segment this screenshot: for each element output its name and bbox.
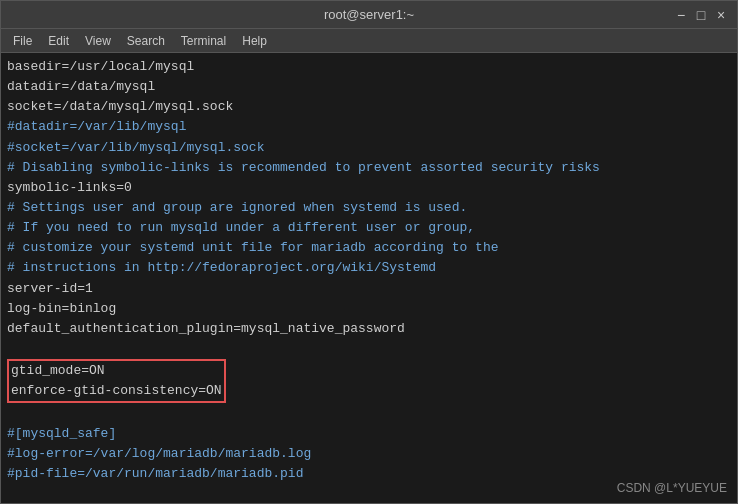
line-5: #socket=/var/lib/mysql/mysql.sock (7, 138, 731, 158)
menu-search[interactable]: Search (119, 32, 173, 50)
line-8: # Settings user and group are ignored wh… (7, 198, 731, 218)
line-log-error: #log-error=/var/log/mariadb/mariadb.log (7, 444, 731, 464)
line-3: socket=/data/mysql/mysql.sock (7, 97, 731, 117)
minimize-button[interactable]: − (673, 7, 689, 23)
line-enforce: enforce-gtid-consistency=ON (9, 381, 224, 401)
title-bar: root@server1:~ − □ × (1, 1, 737, 29)
line-10: # customize your systemd unit file for m… (7, 238, 731, 258)
terminal-window: root@server1:~ − □ × File Edit View Sear… (0, 0, 738, 504)
line-7: symbolic-links=0 (7, 178, 731, 198)
menu-file[interactable]: File (5, 32, 40, 50)
line-blank-1 (7, 339, 731, 359)
line-2: datadir=/data/mysql (7, 77, 731, 97)
line-blank-2 (7, 403, 731, 423)
line-13: log-bin=binlog (7, 299, 731, 319)
window-controls: − □ × (673, 7, 729, 23)
line-11: # instructions in http://fedoraproject.o… (7, 258, 731, 278)
menu-help[interactable]: Help (234, 32, 275, 50)
highlight-block: gtid_mode=ON enforce-gtid-consistency=ON (7, 359, 226, 403)
line-1: basedir=/usr/local/mysql (7, 57, 731, 77)
line-12: server-id=1 (7, 279, 731, 299)
menu-edit[interactable]: Edit (40, 32, 77, 50)
terminal-content[interactable]: basedir=/usr/local/mysql datadir=/data/m… (1, 53, 737, 503)
close-button[interactable]: × (713, 7, 729, 23)
line-4: #datadir=/var/lib/mysql (7, 117, 731, 137)
window-title: root@server1:~ (324, 7, 414, 22)
menu-bar: File Edit View Search Terminal Help (1, 29, 737, 53)
watermark: CSDN @L*YUEYUE (617, 481, 727, 495)
line-gtid: gtid_mode=ON (9, 361, 224, 381)
maximize-button[interactable]: □ (693, 7, 709, 23)
line-6: # Disabling symbolic-links is recommende… (7, 158, 731, 178)
menu-view[interactable]: View (77, 32, 119, 50)
line-9: # If you need to run mysqld under a diff… (7, 218, 731, 238)
menu-terminal[interactable]: Terminal (173, 32, 234, 50)
line-mysqld-safe: #[mysqld_safe] (7, 424, 731, 444)
line-14: default_authentication_plugin=mysql_nati… (7, 319, 731, 339)
